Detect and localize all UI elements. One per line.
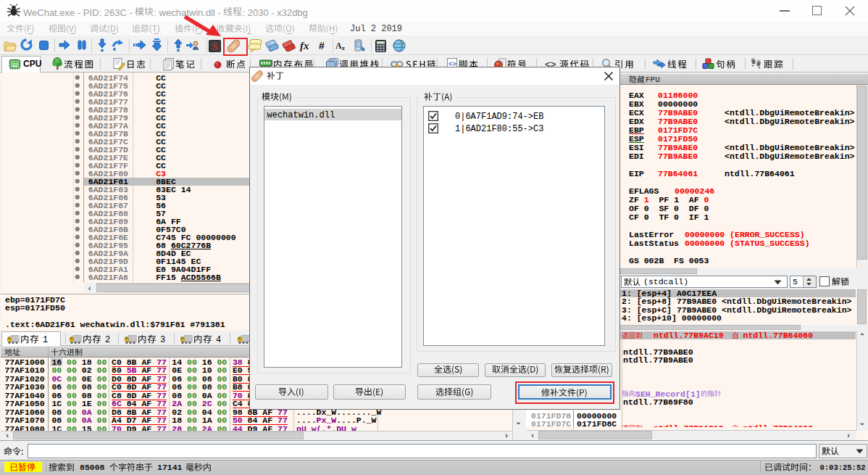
svg-text:32: 32 [12, 62, 18, 67]
svg-text:S: S [212, 41, 218, 52]
svg-text:z: z [342, 44, 345, 51]
svg-text:#: # [319, 40, 325, 51]
svg-text:fx: fx [300, 40, 309, 51]
svg-text:A: A [335, 41, 342, 51]
